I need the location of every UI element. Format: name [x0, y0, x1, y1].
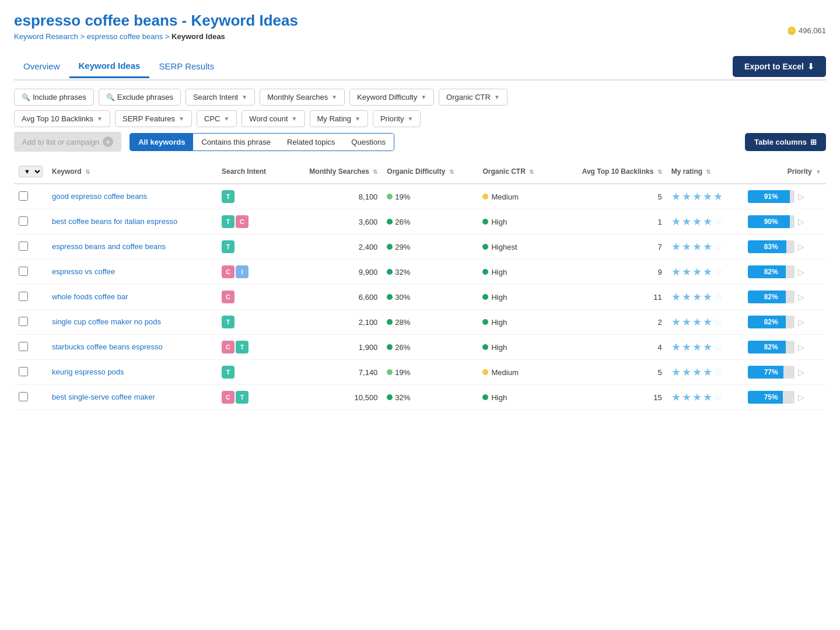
- tab-keyword-ideas[interactable]: Keyword Ideas: [69, 55, 150, 78]
- sort-icon-monthly[interactable]: ⇅: [373, 169, 377, 175]
- star-3[interactable]: ★: [692, 391, 702, 404]
- filter-my-rating[interactable]: My Rating ▼: [310, 110, 368, 127]
- star-2[interactable]: ★: [682, 190, 691, 203]
- star-rating[interactable]: ★★★★☆: [671, 240, 738, 253]
- tab-related-topics[interactable]: Related topics: [279, 134, 343, 150]
- star-5[interactable]: ☆: [713, 316, 723, 328]
- star-2[interactable]: ★: [682, 391, 691, 404]
- star-rating[interactable]: ★★★★☆: [671, 341, 738, 354]
- row-checkbox[interactable]: [19, 367, 28, 376]
- filter-priority[interactable]: Priority ▼: [373, 110, 421, 127]
- star-2[interactable]: ★: [682, 240, 691, 253]
- star-rating[interactable]: ★★★★☆: [671, 366, 738, 379]
- priority-expand-icon[interactable]: ▷: [798, 217, 804, 226]
- sort-icon-keyword[interactable]: ⇅: [85, 169, 90, 175]
- star-rating[interactable]: ★★★★☆: [671, 265, 738, 278]
- select-all-dropdown[interactable]: ▼: [19, 166, 43, 177]
- star-5[interactable]: ☆: [713, 265, 723, 278]
- star-1[interactable]: ★: [671, 215, 681, 228]
- star-5[interactable]: ☆: [713, 240, 723, 253]
- row-checkbox[interactable]: [19, 216, 28, 226]
- row-checkbox[interactable]: [19, 342, 28, 351]
- filter-organic-ctr[interactable]: Organic CTR ▼: [439, 89, 508, 106]
- star-2[interactable]: ★: [682, 366, 691, 379]
- keyword-link[interactable]: whole foods coffee bar: [52, 292, 128, 301]
- priority-expand-icon[interactable]: ▷: [798, 317, 804, 327]
- sort-icon-rating[interactable]: ⇅: [706, 169, 710, 175]
- export-excel-button[interactable]: Export to Excel ⬇: [733, 56, 826, 77]
- star-4[interactable]: ★: [703, 190, 712, 203]
- keyword-link[interactable]: single cup coffee maker no pods: [52, 317, 161, 326]
- star-3[interactable]: ★: [692, 215, 702, 228]
- tab-overview[interactable]: Overview: [14, 55, 69, 78]
- star-3[interactable]: ★: [692, 366, 702, 379]
- breadcrumb-part1[interactable]: Keyword Research: [14, 32, 78, 41]
- row-checkbox[interactable]: [19, 392, 28, 401]
- star-4[interactable]: ★: [703, 341, 712, 354]
- star-2[interactable]: ★: [682, 290, 691, 303]
- star-5[interactable]: ☆: [713, 215, 723, 228]
- filter-include-phrases[interactable]: 🔍 Include phrases: [14, 89, 94, 106]
- star-5[interactable]: ☆: [713, 290, 723, 303]
- priority-expand-icon[interactable]: ▷: [798, 192, 804, 201]
- star-rating[interactable]: ★★★★☆: [671, 316, 738, 328]
- priority-expand-icon[interactable]: ▷: [798, 242, 804, 251]
- keyword-link[interactable]: best single-serve coffee maker: [52, 393, 155, 401]
- sort-icon-ctr[interactable]: ⇅: [529, 169, 534, 175]
- priority-expand-icon[interactable]: ▷: [798, 267, 804, 276]
- star-rating[interactable]: ★★★★★: [671, 190, 738, 203]
- keyword-link[interactable]: keurig espresso pods: [52, 368, 124, 376]
- filter-word-count[interactable]: Word count ▼: [242, 110, 304, 127]
- star-1[interactable]: ★: [671, 366, 681, 379]
- filter-serp-features[interactable]: SERP Features ▼: [115, 110, 192, 127]
- breadcrumb-part2[interactable]: espresso coffee beans: [87, 32, 163, 41]
- star-1[interactable]: ★: [671, 190, 681, 203]
- row-checkbox[interactable]: [19, 292, 28, 301]
- priority-expand-icon[interactable]: ▷: [798, 368, 804, 377]
- row-checkbox[interactable]: [19, 242, 28, 251]
- filter-cpc[interactable]: CPC ▼: [197, 110, 237, 127]
- star-1[interactable]: ★: [671, 341, 681, 354]
- star-3[interactable]: ★: [692, 190, 702, 203]
- keyword-link[interactable]: espresso beans and coffee beans: [52, 242, 166, 251]
- star-1[interactable]: ★: [671, 290, 681, 303]
- keyword-link[interactable]: starbucks coffee beans espresso: [52, 342, 163, 351]
- sort-icon-diff[interactable]: ⇅: [449, 169, 454, 175]
- star-5[interactable]: ☆: [713, 366, 723, 379]
- star-1[interactable]: ★: [671, 265, 681, 278]
- star-4[interactable]: ★: [703, 215, 712, 228]
- sort-icon-backlinks[interactable]: ⇅: [657, 169, 662, 175]
- filter-monthly-searches[interactable]: Monthly Searches ▼: [260, 89, 345, 106]
- star-3[interactable]: ★: [692, 240, 702, 253]
- star-rating[interactable]: ★★★★☆: [671, 215, 738, 228]
- sort-icon-priority[interactable]: ▼: [816, 169, 821, 175]
- star-1[interactable]: ★: [671, 316, 681, 328]
- add-to-list-button[interactable]: Add to list or campaign +: [14, 132, 121, 152]
- filter-search-intent[interactable]: Search Intent ▼: [186, 89, 255, 106]
- star-rating[interactable]: ★★★★☆: [671, 290, 738, 303]
- star-3[interactable]: ★: [692, 341, 702, 354]
- priority-expand-icon[interactable]: ▷: [798, 393, 804, 402]
- star-2[interactable]: ★: [682, 316, 691, 328]
- tab-serp-results[interactable]: SERP Results: [149, 55, 223, 78]
- table-columns-button[interactable]: Table columns ⊞: [745, 133, 826, 151]
- star-5[interactable]: ★: [713, 190, 723, 203]
- star-4[interactable]: ★: [703, 391, 712, 404]
- row-checkbox[interactable]: [19, 191, 28, 201]
- star-5[interactable]: ☆: [713, 341, 723, 354]
- star-3[interactable]: ★: [692, 316, 702, 328]
- tab-all-keywords[interactable]: All keywords: [130, 134, 193, 150]
- star-2[interactable]: ★: [682, 215, 691, 228]
- star-4[interactable]: ★: [703, 240, 712, 253]
- tab-contains-phrase[interactable]: Contains this phrase: [193, 134, 279, 150]
- star-4[interactable]: ★: [703, 316, 712, 328]
- keyword-link[interactable]: espresso vs coffee: [52, 267, 115, 276]
- row-checkbox[interactable]: [19, 267, 28, 276]
- star-2[interactable]: ★: [682, 341, 691, 354]
- priority-expand-icon[interactable]: ▷: [798, 342, 804, 352]
- filter-keyword-difficulty[interactable]: Keyword Difficulty ▼: [349, 89, 434, 106]
- star-3[interactable]: ★: [692, 265, 702, 278]
- tab-questions[interactable]: Questions: [343, 134, 394, 150]
- star-2[interactable]: ★: [682, 265, 691, 278]
- row-checkbox[interactable]: [19, 317, 28, 326]
